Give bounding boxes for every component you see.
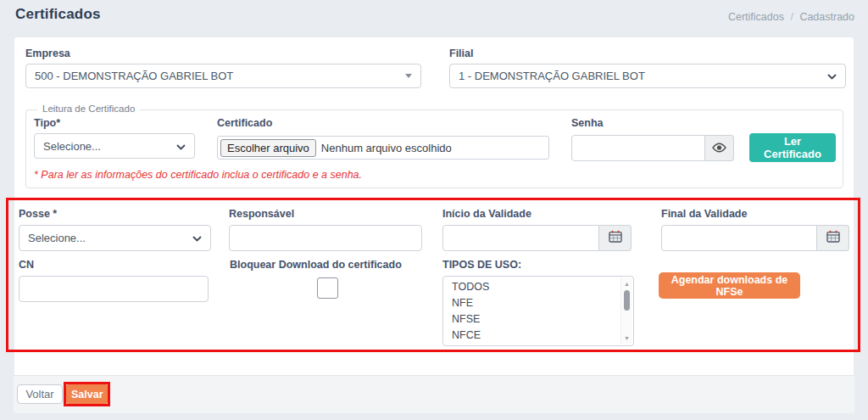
list-option-todos[interactable]: TODOS bbox=[443, 279, 633, 295]
posse-label: Posse * bbox=[19, 208, 57, 220]
ler-certificado-button[interactable]: Ler Certificado bbox=[749, 133, 836, 162]
listbox-scrollbar[interactable]: ▲ ▼ bbox=[620, 277, 632, 344]
tipo-select[interactable]: Selecione... bbox=[34, 133, 195, 159]
final-validade-calendar-button[interactable] bbox=[817, 225, 849, 251]
agendar-downloads-nfse-button[interactable]: Agendar downloads de NFSe bbox=[659, 272, 800, 299]
inicio-validade-label: Início da Validade bbox=[442, 208, 531, 220]
empresa-select[interactable]: 500 - DEMONSTRAÇÃO GABRIEL BOT bbox=[25, 64, 421, 88]
file-status-text: Nenhum arquivo escolhido bbox=[321, 142, 452, 154]
scrollbar-up-icon[interactable]: ▲ bbox=[624, 280, 630, 288]
filial-label: Filial bbox=[449, 48, 473, 59]
page-title: Certificados bbox=[15, 6, 101, 23]
form-card-footer bbox=[14, 375, 854, 413]
chevron-down-icon bbox=[176, 140, 186, 153]
filial-value: 1 - DEMONSTRAÇÃO GABRIEL BOT bbox=[459, 70, 827, 82]
responsavel-label: Responsável bbox=[229, 208, 294, 220]
certificados-page: Certificados Certificados / Cadastrado E… bbox=[0, 0, 868, 420]
certificado-label: Certificado bbox=[217, 117, 272, 129]
eye-icon bbox=[712, 141, 726, 156]
tipo-label: Tipo* bbox=[34, 117, 60, 129]
list-option-nfe[interactable]: NFE bbox=[443, 295, 633, 311]
senha-label: Senha bbox=[571, 117, 604, 129]
inicio-validade-input[interactable] bbox=[442, 225, 599, 251]
cn-input[interactable] bbox=[19, 276, 209, 302]
tipo-value: Selecione... bbox=[43, 140, 176, 153]
cn-label: CN bbox=[19, 259, 34, 271]
bloquear-download-checkbox[interactable] bbox=[317, 277, 338, 299]
tipos-de-uso-listbox[interactable]: TODOS NFE NFSE NFCE CTE ▲ ▼ bbox=[442, 276, 634, 346]
final-validade-input[interactable] bbox=[661, 225, 817, 251]
certificado-note: * Para ler as informações do certificado… bbox=[34, 169, 362, 181]
senha-input[interactable] bbox=[571, 135, 705, 161]
final-validade-label: Final da Validade bbox=[661, 208, 747, 220]
toggle-password-visibility-button[interactable] bbox=[705, 135, 734, 161]
salvar-button[interactable]: Salvar bbox=[66, 384, 108, 404]
voltar-button[interactable]: Voltar bbox=[17, 384, 63, 404]
file-choose-button[interactable]: Escolher arquivo bbox=[220, 139, 316, 157]
salvar-highlight-box: Salvar bbox=[64, 382, 110, 406]
breadcrumb: Certificados / Cadastrado bbox=[728, 11, 854, 23]
list-option-nfce[interactable]: NFCE bbox=[443, 328, 633, 344]
breadcrumb-separator: / bbox=[790, 11, 793, 23]
scrollbar-down-icon[interactable]: ▼ bbox=[624, 334, 630, 342]
posse-select[interactable]: Selecione... bbox=[19, 225, 211, 251]
empresa-label: Empresa bbox=[25, 48, 70, 59]
responsavel-input[interactable] bbox=[229, 225, 422, 251]
bloquear-download-label: Bloquear Download do certificado bbox=[230, 259, 402, 271]
empresa-value: 500 - DEMONSTRAÇÃO GABRIEL BOT bbox=[35, 70, 400, 82]
tipos-de-uso-label: TIPOS DE USO: bbox=[442, 259, 521, 271]
chevron-down-icon bbox=[827, 70, 837, 82]
filial-select[interactable]: 1 - DEMONSTRAÇÃO GABRIEL BOT bbox=[449, 64, 846, 88]
breadcrumb-certificados[interactable]: Certificados bbox=[728, 11, 784, 23]
chevron-down-icon bbox=[192, 232, 202, 244]
scrollbar-thumb[interactable] bbox=[624, 290, 630, 311]
leitura-legend: Leitura de Certificado bbox=[37, 104, 140, 114]
inicio-validade-calendar-button[interactable] bbox=[599, 225, 632, 251]
calendar-icon bbox=[826, 230, 840, 246]
calendar-icon bbox=[609, 230, 622, 246]
breadcrumb-cadastrado: Cadastrado bbox=[799, 11, 854, 23]
certificado-file-input[interactable]: Escolher arquivo Nenhum arquivo escolhid… bbox=[217, 136, 549, 160]
list-option-nfse[interactable]: NFSE bbox=[443, 311, 633, 328]
posse-value: Selecione... bbox=[28, 232, 192, 244]
dropdown-arrow-icon bbox=[405, 74, 412, 78]
list-option-cte[interactable]: CTE bbox=[443, 344, 633, 346]
